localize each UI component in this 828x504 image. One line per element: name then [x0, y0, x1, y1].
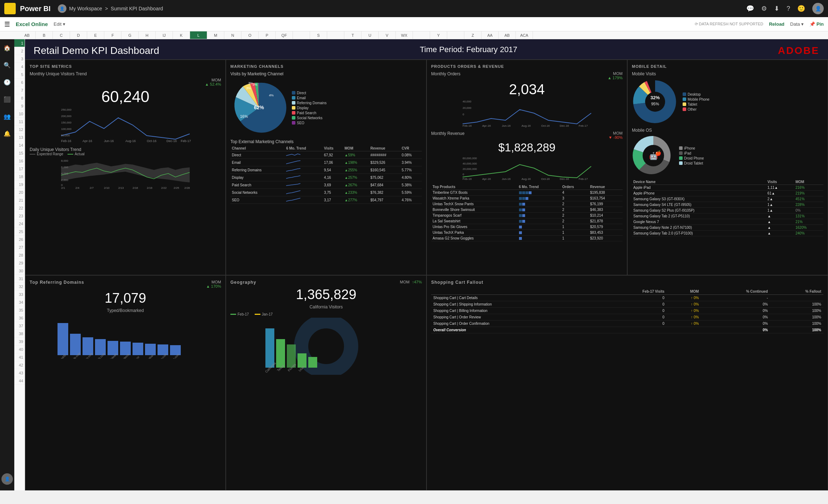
row-37: 37 — [14, 322, 25, 330]
pie-chart-container: 62% 16% 4% 3% 3% 3% Direct Email Referri… — [230, 79, 422, 136]
row-36: 36 — [14, 314, 25, 322]
svg-text:2/16: 2/16 — [133, 186, 138, 190]
left-sidebar: 🏠 🔍 🕐 ⬛ 👥 🔔 👤 — [0, 39, 14, 490]
th-product: Top Products — [431, 184, 518, 190]
referring-mom-value: ▲ 170% — [206, 284, 221, 288]
row-34: 34 — [14, 298, 25, 306]
row-32: 32 — [14, 283, 25, 291]
section-marketing-channels: MARKETING CHANNELS Visits by Marketing C… — [226, 60, 427, 275]
sidebar-icon-home[interactable]: 🏠 — [1, 42, 13, 54]
monthly-unique-label: Monthly Unique Visitors Trend — [30, 71, 221, 76]
section-shopping-cart: Shopping Cart Fallout Feb-17 Visits MOM … — [427, 275, 828, 491]
mobile-os-donut: 🤖 🍎 — [632, 134, 675, 177]
sc-th-visits: Feb-17 Visits — [597, 288, 667, 295]
col-header-f: F — [104, 31, 121, 39]
user-avatar[interactable]: 👤 — [812, 3, 824, 14]
th-mom: MOM — [343, 146, 369, 151]
svg-rect-64 — [58, 323, 68, 355]
row-1: 1 — [14, 39, 25, 47]
comment-icon[interactable]: 💬 — [746, 5, 754, 12]
th-cvr: CVR — [400, 146, 422, 151]
pie-legend: Direct Email Referring Domains Display P… — [292, 91, 326, 125]
svg-text:32%: 32% — [650, 95, 660, 100]
svg-text:2,000: 2,000 — [61, 178, 69, 182]
table-row: Apple iPad1,11▲216% — [632, 185, 823, 191]
svg-text:Apr-16: Apr-16 — [482, 177, 491, 181]
sidebar-icon-search[interactable]: 🔍 — [1, 59, 13, 71]
file-title: Excel Online — [16, 21, 48, 27]
table-row: Google Nexus 7▲21% — [632, 219, 823, 225]
th-product-rev: Revenue — [589, 184, 623, 190]
th-trend: 6 Mo. Trend — [285, 146, 323, 151]
overall-conversion-label: Overall Conversion — [433, 328, 466, 332]
table-row: Paid Search3,69▲267%$47,6845.38% — [230, 181, 422, 189]
svg-rect-65 — [70, 334, 81, 355]
geo-value: 1,365,829 — [230, 287, 422, 302]
row-24: 24 — [14, 220, 25, 228]
row-9: 9 — [14, 102, 25, 110]
emoji-icon[interactable]: 🙂 — [797, 5, 805, 12]
sidebar-icon-recent[interactable]: 🕐 — [1, 76, 13, 88]
download-icon[interactable]: ⬇ — [774, 5, 779, 12]
referring-subtitle: Typed/Bookmarked — [30, 308, 221, 313]
svg-text:Feb-16: Feb-16 — [61, 139, 71, 143]
refresh-icon: ⟳ — [695, 22, 698, 26]
svg-text:Apr-16: Apr-16 — [83, 139, 92, 143]
dashboard-content: Retail Demo KPI Dashboard Time Period: F… — [25, 39, 828, 490]
svg-text:Feb-16: Feb-16 — [463, 177, 472, 181]
row-10: 10 — [14, 110, 25, 118]
marketing-pie-chart: 62% 16% 4% 3% 3% 3% — [230, 79, 288, 136]
data-button[interactable]: Data ▾ — [790, 21, 804, 27]
row-26: 26 — [14, 236, 25, 243]
svg-text:2/22: 2/22 — [161, 186, 167, 190]
col-header-l: L — [190, 31, 207, 39]
svg-text:62%: 62% — [254, 105, 264, 110]
sidebar-icon-apps[interactable]: ⬛ — [1, 94, 13, 105]
mobile-visits-label: Mobile Visits — [632, 71, 823, 76]
sidebar-avatar[interactable]: 👤 — [1, 473, 13, 485]
svg-text:Aug-16: Aug-16 — [125, 139, 136, 143]
row-4: 4 — [14, 63, 25, 71]
row-7: 7 — [14, 86, 25, 94]
shopping-cart-table: Feb-17 Visits MOM % Continued % Fallout … — [431, 288, 823, 333]
legend-seo: SEO — [292, 121, 326, 125]
settings-icon[interactable]: ⚙ — [761, 5, 767, 12]
dashboard-period: Time Period: February 2017 — [420, 45, 517, 54]
col-header-wx: WX — [396, 31, 413, 39]
svg-text:4%: 4% — [269, 94, 274, 97]
breadcrumb-workspace[interactable]: My Workspace — [69, 6, 102, 11]
row-23: 23 — [14, 212, 25, 220]
row-29: 29 — [14, 259, 25, 267]
reload-button[interactable]: Reload — [769, 21, 784, 27]
section-mobile-detail: MOBILE DETAIL Mobile Visits — [627, 60, 828, 275]
table-row: Samsung Galaxy S3 (GT-I930X)2▲451% — [632, 196, 823, 202]
table-row: Display4,16▲257%$75,0624.80% — [230, 174, 422, 181]
col-header-aa: AA — [482, 31, 499, 39]
sc-row-billing: Shopping Cart | Billing Information0↑ 0%… — [431, 307, 823, 314]
svg-text:Aug-16: Aug-16 — [522, 177, 531, 181]
svg-text:2/1: 2/1 — [61, 186, 65, 190]
svg-rect-89 — [308, 357, 317, 368]
sidebar-icon-shared[interactable]: 👥 — [1, 111, 13, 122]
sc-row-shipping: Shopping Cart | Shipping Information0↑ 0… — [431, 301, 823, 307]
svg-rect-67 — [95, 339, 106, 355]
pin-button[interactable]: 📌 Pin — [809, 21, 824, 27]
sidebar-icon-notifications[interactable]: 🔔 — [1, 128, 13, 139]
col-header-n: N — [224, 31, 241, 39]
col-header-qf: QF — [276, 31, 293, 39]
help-icon[interactable]: ? — [787, 5, 790, 12]
th-product-trend: 6 Mo. Trend — [518, 184, 561, 190]
svg-text:Dec-16: Dec-16 — [166, 139, 177, 143]
edit-button[interactable]: Edit ▾ — [54, 21, 65, 27]
svg-text:250,000: 250,000 — [61, 108, 71, 111]
powerbi-logo — [4, 3, 16, 14]
row-15: 15 — [14, 149, 25, 157]
dashboard-header: Retail Demo KPI Dashboard Time Period: F… — [25, 39, 828, 60]
legend-social: Social Networks — [292, 116, 326, 120]
col-header-v: V — [379, 31, 396, 39]
marketing-channels-table: Channel 6 Mo. Trend Visits MOM Revenue C… — [230, 146, 422, 204]
orders-mom-label: MOM — [608, 71, 623, 76]
svg-rect-68 — [108, 341, 118, 355]
hamburger-icon[interactable]: ☰ — [4, 20, 10, 28]
svg-text:🍎: 🍎 — [655, 150, 662, 156]
